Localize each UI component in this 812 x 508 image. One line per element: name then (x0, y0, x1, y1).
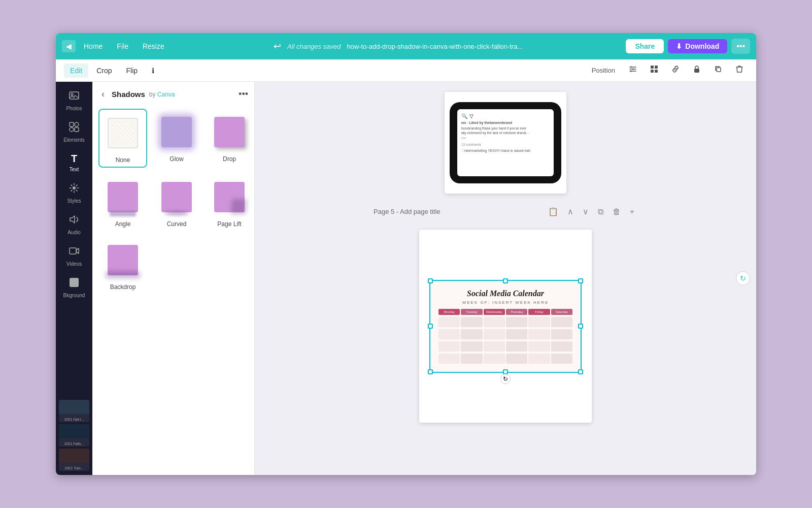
svg-rect-14 (75, 128, 79, 132)
file-button[interactable]: File (111, 39, 134, 53)
page-down-button[interactable]: ∨ (580, 206, 592, 217)
canvas-area[interactable]: 🔍 ▽ ws · Liked by thebanenebrand bossbra… (255, 82, 756, 475)
social-media-calendar[interactable]: Social Media Calendar WEEK OF: INSERT WE… (429, 280, 582, 373)
svg-rect-4 (655, 66, 658, 69)
shadow-drop[interactable]: Drop (206, 109, 253, 168)
svg-point-1 (632, 69, 634, 70)
phone-screen: 🔍 ▽ ws · Liked by thebanenebrand bossbra… (457, 109, 554, 176)
thumbnail-1[interactable]: 2021 Opt-i... (59, 400, 89, 422)
handle-tm[interactable] (503, 278, 508, 283)
cal-cell (484, 354, 505, 364)
shadow-angle[interactable]: Angle (98, 174, 147, 231)
shadow-backdrop[interactable]: Backdrop (98, 237, 147, 294)
shadow-drop-label: Drop (223, 155, 236, 163)
panel-back-button[interactable]: ‹ (98, 88, 108, 101)
cal-cell (551, 329, 572, 339)
shadow-none[interactable]: None (98, 109, 147, 168)
thumbnail-2[interactable]: 2021 Fallo... (59, 424, 89, 447)
copy-button[interactable] (709, 62, 727, 78)
text-icon: T (71, 153, 77, 165)
resize-button[interactable]: Resize (137, 39, 171, 53)
shadow-curved-preview (156, 177, 197, 217)
edit-button[interactable]: Edit (64, 64, 88, 78)
shadow-backdrop-preview (103, 240, 143, 280)
main-content: Photos Elements T Text Styles (56, 82, 756, 475)
cal-cell (551, 341, 572, 352)
toolbar-right: Position (587, 62, 748, 78)
lock-button[interactable] (688, 62, 705, 78)
page-add-button[interactable]: + (627, 206, 637, 217)
page-5-canvas[interactable]: Social Media Calendar WEEK OF: INSERT WE… (419, 230, 592, 423)
svg-point-2 (630, 71, 632, 72)
cal-cell (528, 341, 550, 352)
cal-header-saturday: Saturday (551, 309, 572, 315)
handle-bl[interactable] (428, 369, 433, 374)
calendar-header-row: Monday Tuesday Wednesday Thursday Friday… (438, 309, 572, 315)
svg-rect-5 (651, 70, 654, 73)
home-button[interactable]: Home (78, 39, 109, 53)
rotate-handle[interactable]: ↻ (500, 374, 511, 384)
handle-br[interactable] (578, 369, 583, 374)
shadow-curved[interactable]: Curved (153, 174, 200, 231)
styles-label: Styles (67, 198, 81, 204)
cal-cell (528, 329, 550, 339)
phone-content: ws · Liked by thebanenebrand bossbrandin… (461, 120, 550, 153)
panel-title: Shadows (112, 90, 145, 99)
cal-header-thursday: Thursday (506, 309, 527, 315)
filter-button[interactable] (624, 62, 641, 78)
panel-more-button[interactable]: ••• (239, 89, 248, 100)
photos-icon (69, 90, 80, 104)
canva-link[interactable]: Canva (157, 91, 175, 98)
grid-button[interactable] (646, 62, 663, 78)
share-button[interactable]: Share (626, 39, 664, 53)
back-button[interactable]: ◀ (62, 40, 76, 52)
delete-button[interactable] (731, 62, 748, 78)
handle-mr[interactable] (578, 324, 583, 329)
position-button[interactable]: Position (587, 65, 620, 76)
panel-header: ‹ Shadows by Canva ••• (98, 88, 248, 101)
cal-cell (438, 341, 460, 352)
page-note-button[interactable]: 📋 (545, 206, 561, 217)
elements-label: Elements (63, 137, 85, 143)
svg-rect-7 (694, 69, 699, 73)
handle-tl[interactable] (428, 278, 433, 283)
shadows-panel: ‹ Shadows by Canva ••• None (92, 82, 255, 475)
info-button[interactable]: ℹ (146, 64, 160, 78)
sidebar-item-text[interactable]: T Text (59, 149, 89, 176)
sidebar-item-background[interactable]: Bkground (59, 273, 89, 302)
save-status: All changes saved (287, 43, 341, 50)
page-separator-actions: 📋 ∧ ∨ ⧉ 🗑 + (545, 206, 637, 217)
download-button[interactable]: ⬇ Download (668, 39, 727, 53)
page-5-separator: Page 5 - Add page title 📋 ∧ ∨ ⧉ 🗑 + (374, 204, 637, 219)
audio-label: Audio (67, 230, 81, 235)
flip-button[interactable]: Flip (120, 64, 144, 78)
sidebar-item-photos[interactable]: Photos (59, 86, 89, 115)
top-bar-right: Share ⬇ Download ••• (626, 39, 750, 54)
sidebar-item-videos[interactable]: Videos (59, 241, 89, 271)
background-icon (69, 277, 80, 291)
svg-rect-13 (70, 128, 74, 132)
sidebar-item-styles[interactable]: Styles (59, 178, 89, 208)
shadow-pagelift[interactable]: Page Lift (206, 174, 253, 231)
handle-tr[interactable] (578, 278, 583, 283)
svg-rect-6 (655, 70, 658, 73)
sidebar-item-elements[interactable]: Elements (59, 117, 89, 147)
thumbnail-3[interactable]: 2021 Tuto... (59, 449, 89, 471)
videos-icon (69, 245, 80, 259)
more-options-button[interactable]: ••• (731, 39, 750, 54)
page-delete-button[interactable]: 🗑 (610, 206, 624, 217)
shadow-glow[interactable]: Glow (153, 109, 200, 168)
sidebar-item-audio[interactable]: Audio (59, 210, 89, 239)
canvas-refresh-button[interactable]: ↻ (736, 271, 750, 285)
cal-cell (528, 317, 550, 327)
thumbnail-3-label: 2021 Tuto... (60, 466, 88, 470)
svg-rect-9 (70, 92, 79, 99)
cal-header-monday: Monday (438, 309, 460, 315)
page-duplicate-button[interactable]: ⧉ (595, 206, 606, 217)
crop-button[interactable]: Crop (90, 64, 118, 78)
handle-ml[interactable] (428, 324, 433, 329)
page-up-button[interactable]: ∧ (564, 206, 577, 217)
undo-button[interactable]: ↩ (274, 41, 281, 52)
link-button[interactable] (667, 62, 684, 78)
shadow-glow-label: Glow (170, 155, 183, 163)
